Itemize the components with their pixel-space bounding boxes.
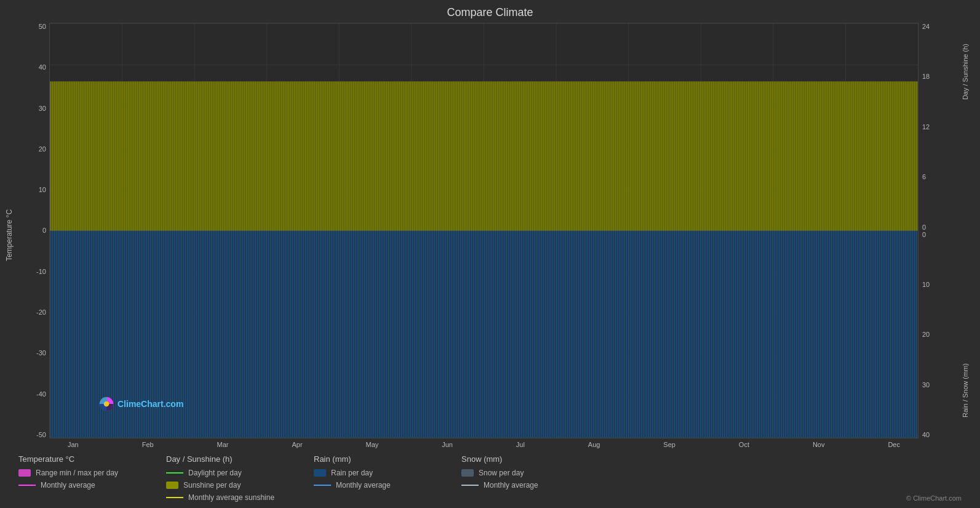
page-title: Compare Climate (12, 6, 968, 19)
x-month-jan: Jan (68, 441, 79, 448)
legend-label-temp-range: Range min / max per day (36, 469, 118, 477)
legend-group-rain: Rain (mm) Rain per day Monthly average (314, 454, 437, 502)
legend-title-sunshine: Day / Sunshine (h) (166, 454, 289, 464)
x-month-apr: Apr (292, 441, 302, 448)
legend-item-temp-monthly: Monthly average (18, 481, 141, 490)
legend-line-rain-monthly (314, 485, 331, 486)
legend-label-daylight: Daylight per day (188, 469, 242, 477)
legend-line-monthly-sunshine (166, 497, 183, 498)
legend-label-rain-per-day: Rain per day (331, 469, 373, 477)
x-month-sep: Sep (663, 441, 675, 448)
logo-icon-bottom (99, 397, 114, 411)
legend-item-rain-monthly: Monthly average (314, 481, 437, 490)
legend-item-snow-monthly: Monthly average (461, 481, 584, 490)
legend-item-monthly-avg-sunshine: Monthly average sunshine (166, 493, 289, 502)
legend-group-snow: Snow (mm) Snow per day Monthly average (461, 454, 584, 502)
x-month-mar: Mar (217, 441, 229, 448)
chart-row: Temperature °C 50 40 30 20 10 0 -10 -20 … (12, 23, 968, 438)
legend-line-daylight (166, 472, 183, 474)
y-ticks-right-bottom: 0 10 20 30 40 Rain / Snow (mm) (918, 231, 968, 439)
legend-title-rain: Rain (mm) (314, 454, 437, 464)
legend-swatch-temp-range (18, 469, 31, 477)
x-month-aug: Aug (588, 441, 600, 448)
y-tick--20: -20 (36, 308, 46, 316)
y-tick-20: 20 (39, 145, 46, 153)
y-tick-right-0: 0 (922, 224, 968, 231)
x-month-oct: Oct (739, 441, 749, 448)
svg-point-34 (104, 401, 110, 407)
legend-line-temp-monthly (18, 485, 36, 486)
legend-label-sunshine-per-day: Sunshine per day (183, 481, 241, 490)
y-tick-right-18: 18 (922, 73, 968, 80)
legend-item-daylight: Daylight per day (166, 469, 289, 477)
legend-group-sunshine: Day / Sunshine (h) Daylight per day Suns… (166, 454, 289, 502)
y-axis-right-bottom-label: Rain / Snow (mm) (962, 363, 969, 417)
legend-area: Temperature °C Range min / max per day M… (12, 448, 968, 502)
y-tick-50: 50 (39, 23, 46, 30)
y-tick--50: -50 (36, 431, 46, 438)
legend-item-sunshine-per-day: Sunshine per day (166, 481, 289, 490)
legend-swatch-sunshine (166, 482, 178, 489)
y-tick-right-12: 12 (922, 123, 968, 131)
legend-label-snow-per-day: Snow per day (479, 469, 524, 477)
x-month-jul: Jul (516, 441, 525, 448)
y-tick--10: -10 (36, 268, 46, 275)
chart-svg (50, 23, 918, 438)
x-month-jun: Jun (442, 441, 453, 448)
y-tick-10: 10 (39, 186, 46, 193)
legend-swatch-rain (314, 469, 326, 477)
legend-title-temperature: Temperature °C (18, 454, 141, 464)
y-axis-left: Temperature °C 50 40 30 20 10 0 -10 -20 … (12, 23, 49, 438)
legend-label-monthly-avg-sunshine: Monthly average sunshine (188, 493, 274, 502)
right-axis-container: 24 18 12 6 0 Day / Sunshine (h) 0 10 20 … (918, 23, 968, 438)
legend-item-snow-per-day: Snow per day (461, 469, 584, 477)
y-tick-right-rain-20: 20 (922, 331, 968, 338)
y-tick-right-24: 24 (922, 23, 968, 30)
legend-line-snow-monthly (461, 485, 479, 486)
y-tick--30: -30 (36, 349, 46, 357)
legend-item-temp-range: Range min / max per day (18, 469, 141, 477)
y-axis-right-top-label: Day / Sunshine (h) (962, 44, 969, 100)
y-tick-right-rain-30: 30 (922, 381, 968, 389)
x-month-feb: Feb (142, 441, 154, 448)
x-month-dec: Dec (888, 441, 900, 448)
y-tick-0: 0 (42, 227, 46, 234)
y-ticks-right-top: 24 18 12 6 0 Day / Sunshine (h) (918, 23, 968, 231)
logo-text-bottom: ClimeChart.com (118, 399, 183, 409)
y-tick-right-6: 6 (922, 173, 968, 180)
y-tick-30: 30 (39, 105, 46, 112)
legend-item-rain-per-day: Rain per day (314, 469, 437, 477)
x-axis-area: Jan Feb Mar Apr May Jun Jul Aug Sep Oct … (49, 438, 912, 448)
x-month-may: May (365, 441, 378, 448)
page-container: Compare Climate Iloilo City Iloilo City … (0, 0, 980, 508)
svg-rect-32 (50, 81, 918, 230)
legend-label-snow-monthly: Monthly average (484, 481, 538, 490)
y-tick-right-rain-10: 10 (922, 281, 968, 288)
logo-bottom-left: ClimeChart.com (99, 397, 183, 413)
y-ticks-left: 50 40 30 20 10 0 -10 -20 -30 -40 -50 (12, 23, 49, 438)
y-tick--40: -40 (36, 390, 46, 398)
legend-swatch-snow (461, 469, 474, 477)
chart-wrapper: Iloilo City Iloilo City ClimeChart.com T… (12, 23, 968, 448)
x-month-nov: Nov (813, 441, 825, 448)
legend-label-temp-monthly: Monthly average (41, 481, 95, 490)
y-tick-right-rain-40: 40 (922, 431, 968, 438)
legend-title-snow: Snow (mm) (461, 454, 584, 464)
y-tick-40: 40 (39, 63, 46, 71)
legend-group-temperature: Temperature °C Range min / max per day M… (18, 454, 141, 502)
y-tick-right-rain-0: 0 (922, 231, 968, 238)
legend-label-rain-monthly: Monthly average (336, 481, 391, 490)
chart-main: ClimeChart.com (49, 23, 918, 438)
y-axis-left-label: Temperature °C (5, 209, 14, 260)
copyright: © ClimeChart.com (906, 494, 962, 502)
